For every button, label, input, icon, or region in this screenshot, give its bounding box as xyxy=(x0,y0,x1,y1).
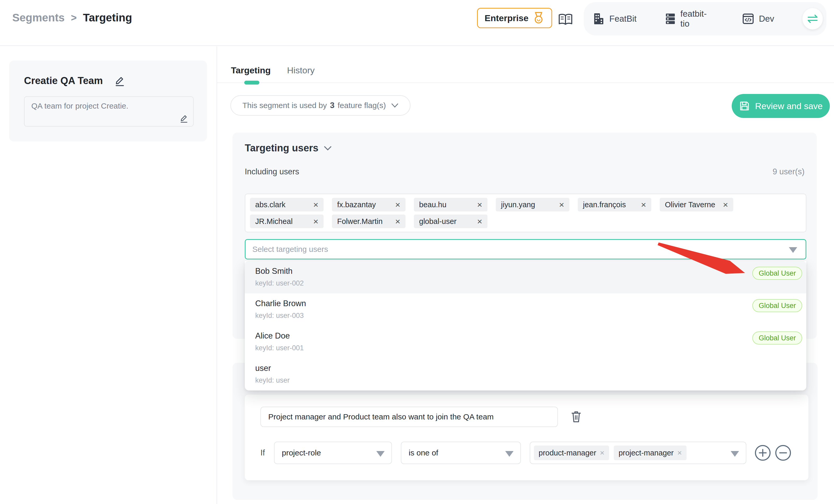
dropdown-option[interactable]: Alice Doe keyId: user-001 Global User xyxy=(245,326,806,358)
segment-description-box[interactable]: QA team for project Creatie. xyxy=(24,96,194,127)
app-header: Segments > Targeting Enterprise xyxy=(0,0,834,46)
user-tag: beau.hu × xyxy=(414,198,487,212)
review-and-save-label: Review and save xyxy=(755,101,823,111)
user-tag: jean.françois × xyxy=(578,198,651,212)
user-tag-label: abs.clark xyxy=(255,200,285,209)
global-user-badge: Global User xyxy=(752,267,802,280)
documentation-button[interactable] xyxy=(557,12,574,27)
option-key: keyId: user xyxy=(255,376,806,385)
option-name: user xyxy=(255,363,806,373)
included-users-box: abs.clark × fx.bazantay × beau.hu × jiyu… xyxy=(245,194,806,232)
option-key: keyId: user-001 xyxy=(255,344,806,352)
user-tag-label: JR.Micheal xyxy=(255,217,292,226)
value-tag-label: product-manager xyxy=(539,449,596,457)
review-and-save-button[interactable]: Review and save xyxy=(732,94,830,118)
save-icon xyxy=(739,101,750,111)
tab-track xyxy=(217,83,834,83)
trash-icon xyxy=(570,410,583,423)
segment-info-card: Creatie QA Team QA team for project Crea… xyxy=(9,61,207,141)
operator-select[interactable]: is one of xyxy=(401,442,521,464)
dropdown-option[interactable]: Charlie Brown keyId: user-003 Global Use… xyxy=(245,293,806,326)
user-tag-label: global-user xyxy=(419,217,456,226)
global-user-badge: Global User xyxy=(752,299,802,312)
organization-icon xyxy=(593,12,605,25)
remove-user-icon[interactable]: × xyxy=(313,217,319,226)
plan-badge-label: Enterprise xyxy=(485,13,528,23)
remove-user-icon[interactable]: × xyxy=(641,200,646,209)
property-select[interactable]: project-role xyxy=(274,442,392,464)
medal-icon xyxy=(533,12,545,24)
usage-prefix: This segment is used by xyxy=(242,101,327,110)
usage-suffix: feature flag(s) xyxy=(338,101,386,110)
breadcrumb: Segments > Targeting xyxy=(12,12,132,24)
option-name: Bob Smith xyxy=(255,266,806,276)
option-name: Alice Doe xyxy=(255,331,806,341)
user-tag: Olivier Taverne × xyxy=(660,198,733,212)
targeting-users-header[interactable]: Targeting users xyxy=(245,143,332,154)
remove-user-icon[interactable]: × xyxy=(723,200,728,209)
minus-circle-icon xyxy=(774,444,792,461)
user-tag-label: fx.bazantay xyxy=(337,200,376,209)
global-user-badge: Global User xyxy=(752,331,802,345)
rule-name-input[interactable] xyxy=(260,407,558,427)
collapse-chevron-icon[interactable] xyxy=(324,146,332,151)
user-tag: abs.clark × xyxy=(250,198,324,212)
usage-count: 3 xyxy=(330,101,334,110)
plus-circle-icon xyxy=(754,444,771,461)
user-tag: fx.bazantay × xyxy=(332,198,405,212)
targeting-users-title: Targeting users xyxy=(245,143,319,154)
segment-description-text: QA team for project Creatie. xyxy=(31,102,128,110)
book-icon xyxy=(558,13,573,25)
remove-value-icon[interactable]: × xyxy=(600,449,605,457)
user-tag-label: Folwer.Martin xyxy=(337,217,382,226)
select-caret-icon xyxy=(789,247,797,253)
operator-value: is one of xyxy=(409,448,438,457)
option-key: keyId: user-003 xyxy=(255,312,806,320)
active-tab-indicator xyxy=(244,81,259,85)
rule-card: If project-role is one of product-manage… xyxy=(245,395,808,480)
remove-user-icon[interactable]: × xyxy=(477,200,482,209)
delete-rule-button[interactable] xyxy=(570,410,583,423)
value-tag: product-manager × xyxy=(534,445,609,460)
select-caret-icon xyxy=(731,451,739,457)
tab-targeting[interactable]: Targeting xyxy=(231,65,270,75)
user-select-control[interactable] xyxy=(245,239,806,259)
project-icon xyxy=(665,12,676,25)
organization-item[interactable]: FeatBit xyxy=(593,12,637,25)
page-title: Targeting xyxy=(83,12,132,24)
add-rule-condition-button[interactable] xyxy=(754,444,771,461)
switch-environment-button[interactable] xyxy=(803,8,823,29)
remove-user-icon[interactable]: × xyxy=(395,217,400,226)
user-tag-label: jiyun.yang xyxy=(501,200,535,209)
remove-user-icon[interactable]: × xyxy=(477,217,482,226)
select-caret-icon xyxy=(376,451,385,457)
remove-user-icon[interactable]: × xyxy=(395,200,400,209)
user-search-input[interactable] xyxy=(253,240,722,259)
dropdown-option[interactable]: Bob Smith keyId: user-002 Global User xyxy=(245,261,806,293)
chevron-down-icon xyxy=(391,103,398,108)
environment-item[interactable]: Dev xyxy=(742,13,774,25)
user-tag-label: Olivier Taverne xyxy=(665,200,715,209)
values-select[interactable]: product-manager × project-manager × xyxy=(530,442,746,464)
project-item[interactable]: featbit-tio xyxy=(665,9,714,29)
remove-user-icon[interactable]: × xyxy=(559,200,564,209)
breadcrumb-segments-link[interactable]: Segments xyxy=(12,12,65,24)
workspace-switcher: FeatBit featbit-tio Dev xyxy=(584,2,827,36)
tab-history[interactable]: History xyxy=(287,65,315,75)
remove-value-icon[interactable]: × xyxy=(677,449,682,457)
remove-rule-condition-button[interactable] xyxy=(774,444,792,461)
remove-user-icon[interactable]: × xyxy=(313,200,319,209)
enterprise-plan-badge[interactable]: Enterprise xyxy=(477,8,552,28)
value-tag: project-manager × xyxy=(614,445,686,460)
user-count: 9 user(s) xyxy=(773,167,805,176)
option-key: keyId: user-002 xyxy=(255,279,806,287)
segment-usage-banner[interactable]: This segment is used by 3 feature flag(s… xyxy=(231,95,411,116)
segment-name: Creatie QA Team xyxy=(24,75,103,86)
user-tag-label: beau.hu xyxy=(419,200,446,209)
dropdown-option[interactable]: user keyId: user xyxy=(245,358,806,391)
select-caret-icon xyxy=(505,451,513,457)
including-users-label: Including users xyxy=(245,167,299,176)
edit-description-icon[interactable] xyxy=(179,113,189,123)
edit-name-icon[interactable] xyxy=(114,75,125,86)
project-label: featbit-tio xyxy=(680,9,714,29)
